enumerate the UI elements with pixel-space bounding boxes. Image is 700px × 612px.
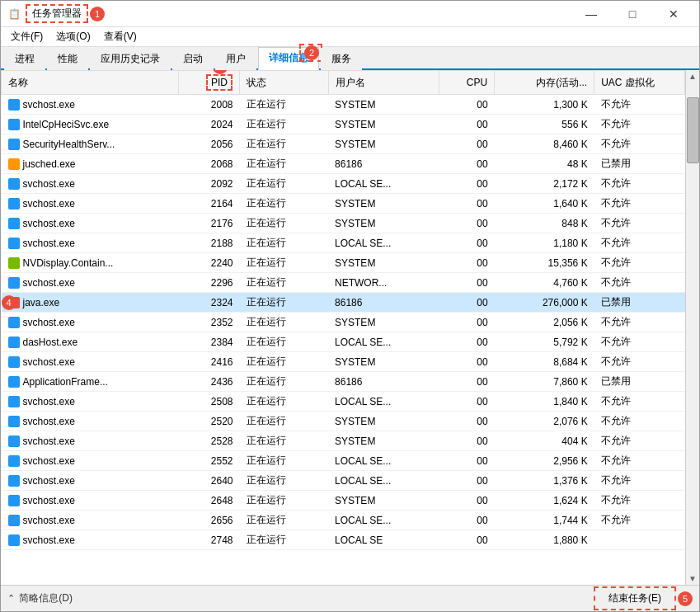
process-memory: 1,840 K <box>495 392 594 412</box>
tab-performance[interactable]: 性能 <box>47 48 88 70</box>
col-header-user[interactable]: 用户名 <box>328 71 439 95</box>
process-status: 正在运行 <box>240 174 329 194</box>
process-pid: 2092 <box>179 174 240 194</box>
process-icon <box>8 376 20 388</box>
badge-3: 3 <box>213 70 228 74</box>
tab-details[interactable]: 详细信息 <box>258 47 319 70</box>
table-row[interactable]: SecurityHealthServ... 2056正在运行SYSTEM008,… <box>2 134 685 154</box>
process-pid: 2528 <box>179 431 240 451</box>
table-row[interactable]: svchost.exe 2188正在运行LOCAL SE...001,180 K… <box>2 233 685 253</box>
process-pid: 2508 <box>179 392 240 412</box>
scrollbar[interactable]: ▲ ▼ <box>685 70 699 585</box>
process-user: NETWOR... <box>328 273 439 293</box>
process-name-cell: svchost.exe <box>2 530 179 550</box>
process-pid: 2024 <box>179 115 240 134</box>
menu-options[interactable]: 选项(O) <box>49 28 96 45</box>
process-cpu: 00 <box>439 392 494 412</box>
process-cpu: 00 <box>439 194 494 214</box>
badge-4: 4 <box>2 295 16 310</box>
process-cpu: 00 <box>439 174 494 194</box>
scrollbar-thumb[interactable] <box>687 97 699 163</box>
summary-link[interactable]: ⌃ 简略信息(D) <box>7 591 73 605</box>
table-row[interactable]: jusched.exe 2068正在运行861860048 K已禁用 <box>2 154 685 174</box>
process-memory: 848 K <box>495 214 594 233</box>
process-user: LOCAL SE... <box>328 471 439 491</box>
table-row[interactable]: svchost.exe 2648正在运行SYSTEM001,624 K不允许 <box>2 491 685 511</box>
tab-app-history[interactable]: 应用历史记录 <box>90 48 171 70</box>
process-status: 正在运行 <box>240 530 329 550</box>
process-name-text: svchost.exe <box>23 495 75 506</box>
process-name-text: svchost.exe <box>23 455 75 467</box>
process-name-cell: dasHost.exe <box>2 332 179 352</box>
process-memory: 8,460 K <box>495 134 594 154</box>
table-row[interactable]: svchost.exe 2508正在运行LOCAL SE...001,840 K… <box>2 392 685 412</box>
process-name-cell: svchost.exe <box>2 471 179 491</box>
process-status: 正在运行 <box>240 332 329 352</box>
table-row[interactable]: 进程名称 4 java.exe 2324正在运行8618600276,000 K… <box>2 293 685 313</box>
table-row[interactable]: svchost.exe 2008正在运行SYSTEM001,300 K不允许 <box>2 95 685 115</box>
table-row[interactable]: svchost.exe 2092正在运行LOCAL SE...002,172 K… <box>2 174 685 194</box>
col-header-memory[interactable]: 内存(活动... <box>495 71 594 95</box>
table-row[interactable]: svchost.exe 2640正在运行LOCAL SE...001,376 K… <box>2 471 685 491</box>
process-memory: 556 K <box>495 115 594 134</box>
table-row[interactable]: svchost.exe 2748正在运行LOCAL SE001,880 K <box>2 530 685 550</box>
process-name-text: SecurityHealthServ... <box>23 139 115 150</box>
table-row[interactable]: dasHost.exe 2384正在运行LOCAL SE...005,792 K… <box>2 332 685 352</box>
table-row[interactable]: ApplicationFrame... 2436正在运行86186007,860… <box>2 372 685 392</box>
col-header-cpu[interactable]: CPU <box>439 71 494 95</box>
table-row[interactable]: svchost.exe 2520正在运行SYSTEM002,076 K不允许 <box>2 412 685 431</box>
menu-view[interactable]: 查看(V) <box>97 28 143 45</box>
process-cpu: 00 <box>439 491 494 511</box>
table-row[interactable]: svchost.exe 2296正在运行NETWOR...004,760 K不允… <box>2 273 685 293</box>
process-pid: 2648 <box>179 491 240 511</box>
process-memory: 404 K <box>495 431 594 451</box>
process-user: 86186 <box>328 293 439 313</box>
tab-users[interactable]: 用户 <box>215 48 256 70</box>
table-row[interactable]: svchost.exe 2416正在运行SYSTEM008,684 K不允许 <box>2 352 685 372</box>
process-name-text: svchost.exe <box>23 178 75 190</box>
col-header-pid[interactable]: PID 3 <box>179 71 240 95</box>
process-name-text: svchost.exe <box>23 238 75 249</box>
process-uac: 已禁用 <box>594 293 685 313</box>
table-container[interactable]: 名称 PID 3 状态 用户名 <box>1 70 685 585</box>
process-name-cell: svchost.exe <box>2 352 179 372</box>
process-pid: 2436 <box>179 372 240 392</box>
col-header-uac[interactable]: UAC 虚拟化 <box>594 71 685 95</box>
process-name-cell: jusched.exe <box>2 154 179 174</box>
end-task-button[interactable]: 结束任务(E) <box>594 586 676 610</box>
tab-startup[interactable]: 启动 <box>172 48 214 70</box>
process-pid: 2552 <box>179 451 240 471</box>
process-pid: 2188 <box>179 233 240 253</box>
col-header-name[interactable]: 名称 <box>2 71 179 95</box>
process-name-text: NVDisplay.Contain... <box>23 257 114 269</box>
table-row[interactable]: svchost.exe 2656正在运行LOCAL SE...001,744 K… <box>2 511 685 530</box>
process-name-text: svchost.exe <box>23 416 75 427</box>
process-name-text: svchost.exe <box>23 435 75 447</box>
tab-process[interactable]: 进程 <box>4 48 45 70</box>
table-row[interactable]: svchost.exe 2176正在运行SYSTEM00848 K不允许 <box>2 214 685 233</box>
badge-3-container: 3 <box>211 70 228 74</box>
process-icon <box>8 435 20 447</box>
table-row[interactable]: IntelCpHeciSvc.exe 2024正在运行SYSTEM00556 K… <box>2 115 685 134</box>
process-status: 正在运行 <box>240 451 329 471</box>
table-row[interactable]: svchost.exe 2528正在运行SYSTEM00404 K不允许 <box>2 431 685 451</box>
process-name-cell: svchost.exe <box>2 194 179 214</box>
process-cpu: 00 <box>439 352 494 372</box>
table-row[interactable]: NVDisplay.Contain... 2240正在运行SYSTEM0015,… <box>2 253 685 273</box>
process-memory: 7,860 K <box>495 372 594 392</box>
process-uac: 不允许 <box>594 511 685 530</box>
maximize-button[interactable]: □ <box>613 1 651 27</box>
process-icon <box>8 198 20 209</box>
close-button[interactable]: ✕ <box>655 1 693 27</box>
table-row[interactable]: svchost.exe 2352正在运行SYSTEM002,056 K不允许 <box>2 313 685 332</box>
menu-file[interactable]: 文件(F) <box>4 28 49 45</box>
process-icon <box>8 534 20 546</box>
process-uac: 不允许 <box>594 491 685 511</box>
process-cpu: 00 <box>439 451 494 471</box>
table-row[interactable]: svchost.exe 2164正在运行SYSTEM001,640 K不允许 <box>2 194 685 214</box>
col-header-status[interactable]: 状态 <box>240 71 329 95</box>
table-row[interactable]: svchost.exe 2552正在运行LOCAL SE...002,956 K… <box>2 451 685 471</box>
process-icon <box>8 257 20 269</box>
minimize-button[interactable]: — <box>572 1 610 27</box>
tab-services[interactable]: 服务 <box>321 48 362 70</box>
